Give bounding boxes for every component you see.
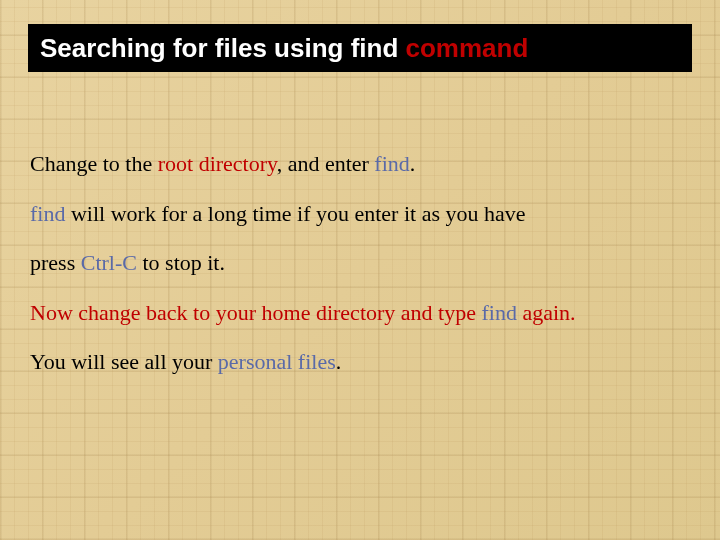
text: .	[410, 151, 416, 176]
text: will work for a long time if you enter i…	[65, 201, 525, 226]
para-5: You will see all your personal files.	[30, 348, 690, 376]
page-title: Searching for files using find command	[40, 33, 528, 64]
text: , and enter	[277, 151, 375, 176]
para-2: find will work for a long time if you en…	[30, 200, 690, 228]
slide-content: Change to the root directory, and enter …	[30, 150, 690, 398]
text: .	[336, 349, 342, 374]
root-directory-text: root directory	[158, 151, 277, 176]
find-cmd: find	[481, 300, 516, 325]
find-cmd: find	[30, 201, 65, 226]
title-command: command	[406, 33, 529, 63]
text: press	[30, 250, 81, 275]
para-3: press Ctrl-C to stop it.	[30, 249, 690, 277]
text: You will see all your	[30, 349, 218, 374]
para-1: Change to the root directory, and enter …	[30, 150, 690, 178]
text: again.	[517, 300, 576, 325]
title-pre: Searching for files using	[40, 33, 351, 63]
find-cmd: find	[374, 151, 409, 176]
title-find: find	[351, 33, 406, 63]
text: Now change back to your home directory a…	[30, 300, 481, 325]
ctrl-c-key: Ctrl-C	[81, 250, 137, 275]
title-bar: Searching for files using find command	[28, 24, 692, 72]
para-4: Now change back to your home directory a…	[30, 299, 690, 327]
text: Change to the	[30, 151, 158, 176]
personal-files-text: personal files	[218, 349, 336, 374]
text: to stop it.	[137, 250, 225, 275]
